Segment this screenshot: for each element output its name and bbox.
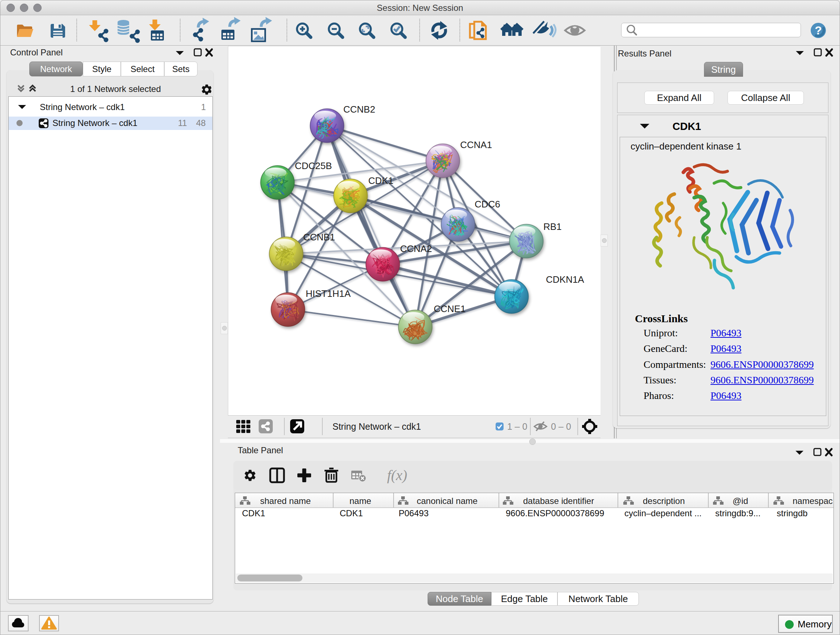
svg-text:CDC25B: CDC25B xyxy=(295,160,332,171)
svg-text:String Network – cdk1: String Network – cdk1 xyxy=(332,421,421,432)
svg-text:name: name xyxy=(349,496,371,506)
svg-text:namespac: namespac xyxy=(793,496,833,506)
svg-text:CDC6: CDC6 xyxy=(475,199,500,210)
svg-text:CDKN1A: CDKN1A xyxy=(546,274,584,285)
svg-text:CCNA2: CCNA2 xyxy=(400,243,432,254)
svg-text:database identifier: database identifier xyxy=(523,496,594,506)
svg-text:1 – 0: 1 – 0 xyxy=(507,421,527,432)
svg-text:CDK1: CDK1 xyxy=(368,175,393,186)
svg-text:0 – 0: 0 – 0 xyxy=(551,421,571,432)
svg-text:description: description xyxy=(643,496,685,506)
svg-text:canonical name: canonical name xyxy=(417,496,477,506)
svg-text:@id: @id xyxy=(733,496,748,506)
svg-text:CCNA1: CCNA1 xyxy=(460,139,492,150)
svg-text:shared name: shared name xyxy=(260,496,311,506)
svg-text:CCNB2: CCNB2 xyxy=(343,104,375,115)
svg-text:?: ? xyxy=(815,24,822,37)
svg-text:CCNE1: CCNE1 xyxy=(434,303,466,314)
svg-text:f(x): f(x) xyxy=(387,467,407,483)
svg-text:HIST1H1A: HIST1H1A xyxy=(306,288,351,299)
svg-text:RB1: RB1 xyxy=(543,221,562,232)
svg-text:CCNB1: CCNB1 xyxy=(303,232,335,242)
